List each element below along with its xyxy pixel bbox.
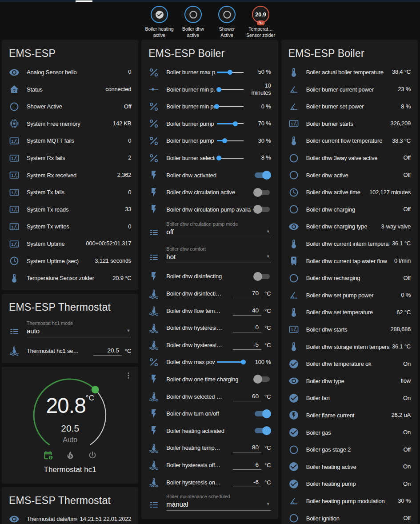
toggle-switch[interactable] [253,205,271,214]
entity-row[interactable]: 123System Tx writes0 [2,218,138,236]
slider[interactable] [217,102,244,111]
entity-row[interactable]: Temperature Sensor zolder20.9 °C [2,269,138,287]
entity-row[interactable]: Boiler dhw 3way valve activeOff [281,149,418,167]
number-input[interactable]: 60 [233,392,261,401]
flash-icon [148,271,159,282]
entity-row[interactable]: Boiler dhw active time102,127 minutes [281,184,418,201]
thermo-water-icon [148,391,159,402]
entity-row[interactable]: 123System Rx received2,362 [2,167,138,184]
entity-row[interactable]: 123Boiler dhw starts288,686 [281,321,418,338]
entity-row[interactable]: 123Boiler burner starts326,209 [281,115,418,132]
entity-row[interactable]: 123System Tx reads33 [2,201,138,218]
entity-row[interactable]: Thermostat date/time14:21:51 22.01.2022 [2,511,138,524]
badge-temperat-sensor-zolder[interactable]: 20.9°CTemperat… Sensor zolder [246,6,276,38]
entity-row[interactable]: Boiler flame current26.2 uA [281,407,418,424]
select-field[interactable]: Boiler maintenance scheduledmanual▼ [166,494,271,511]
entity-label: Shower Active [27,103,121,110]
entity-row[interactable]: Boiler dhw set pump power0 % [281,287,418,304]
select-value: auto [27,327,131,335]
number-input[interactable]: 40 [233,306,261,316]
entity-row[interactable]: Boiler fanOn [281,390,418,407]
select-field[interactable]: Boiler dhw comforthot▼ [166,246,271,263]
thermo-water-icon [148,460,159,470]
entity-row[interactable]: Boiler gasOn [281,424,418,441]
entity-row[interactable]: Boiler dhw storage intern temperature36.… [281,338,418,356]
entity-row[interactable]: Boiler burner set power8 % [281,98,418,115]
entity-row[interactable]: Boiler heating pumpOn [281,476,418,493]
entity-row[interactable]: Analog Sensor hello0 [2,64,138,81]
toggle-switch[interactable] [253,272,271,281]
toggle-switch[interactable] [253,375,271,384]
entity-row[interactable]: Boiler heating activeOn [281,458,418,476]
entity-row[interactable]: Shower ActiveOff [2,98,138,115]
number-input[interactable]: 0 [233,323,261,332]
entity-row[interactable]: Boiler dhw current tap water flow0 l/min [281,252,418,270]
entity-row[interactable]: Boiler actual boiler temperature38.4 °C [281,64,418,81]
clock-icon [288,187,299,198]
slider[interactable] [217,358,244,367]
entity-row[interactable]: Boiler dhw chargingOff [281,201,418,218]
slider[interactable] [217,68,244,77]
slider-thumb[interactable] [228,70,232,75]
slider-thumb[interactable] [222,138,227,143]
fire-icon[interactable] [65,450,75,460]
entity-row[interactable]: Boiler dhw set temperature62 °C [281,304,418,321]
number-input[interactable]: -6 [233,478,261,487]
slider[interactable] [217,85,244,94]
toggle-switch[interactable] [253,171,271,180]
entity-row[interactable]: Boiler dhw charging type3-way valve [281,218,418,236]
entity-value: 142 KB [113,120,131,127]
entity-row[interactable]: Boiler dhw typeflow [281,372,418,390]
check-circle-icon [288,427,299,438]
percent-icon [148,153,159,164]
power-icon[interactable] [88,450,97,460]
badge-circle: 20.9°C [252,6,269,23]
slider-thumb[interactable] [214,104,219,109]
entity-label: Boiler hysteresis off… [166,462,230,468]
slider-thumb[interactable] [241,360,246,364]
slider[interactable] [217,154,244,163]
entity-row[interactable]: Boiler dhw rechargingOff [281,269,418,287]
calendar-sync-icon[interactable] [43,450,53,460]
entity-row[interactable]: Boiler dhw activeOff [281,167,418,184]
entity-row: Boiler burner selecte…8 % [141,149,278,167]
number-input[interactable]: 20.5 [93,346,122,356]
thermometer-icon [288,136,299,146]
select-field[interactable]: Boiler dhw circulation pump modeoff▼ [166,221,271,238]
entity-row[interactable]: 123System Uptime000+00:52:01.317 [2,235,138,252]
select-field[interactable]: Thermostat hc1 modeauto▼ [27,320,131,337]
slider[interactable] [217,136,244,145]
badge-shower-active[interactable]: Shower Active [212,6,242,38]
entity-row[interactable]: Boiler dhw current intern temperature36.… [281,235,418,252]
entity-row[interactable]: Boiler burner current power23 % [281,81,418,98]
entity-row[interactable]: 123System Rx fails2 [2,149,138,167]
badge-boiler-dhw-active[interactable]: Boiler dhw active [179,6,208,38]
entity-row[interactable]: Boiler current flow temperature38.3 °C [281,132,418,150]
number-input[interactable]: 70 [233,289,261,298]
badge-boiler-heating-active[interactable]: Boiler heating active [145,6,174,38]
entity-row[interactable]: Boiler dhw temperature okOn [281,355,418,372]
entity-row[interactable]: Boiler gas stage 2Off [281,441,418,458]
number-input[interactable]: 80 [233,443,261,452]
entity-row[interactable]: 123System Tx fails0 [2,184,138,201]
toggle-switch[interactable] [253,426,271,435]
app-header-edge [0,0,420,2]
toggle-switch[interactable] [253,188,271,197]
dial-thumb[interactable] [92,386,99,393]
slider-thumb[interactable] [233,121,238,126]
entity-row: Boiler heating activated [141,422,278,440]
entity-row[interactable]: Boiler heating pump modulation30 % [281,492,418,510]
badge-label: Boiler dhw active [179,26,208,38]
thermometer-icon [288,239,299,249]
toggle-switch[interactable] [253,409,271,418]
slider-thumb[interactable] [216,87,221,92]
entity-row[interactable]: Boiler ignitionOff [281,510,418,524]
entity-row[interactable]: System Free memory142 KB [2,115,138,132]
entity-row[interactable]: Statusconnected [2,81,138,98]
entity-row[interactable]: 123System MQTT fails0 [2,132,138,150]
slider[interactable] [217,119,244,128]
number-input[interactable]: 6 [233,460,261,470]
number-input[interactable]: -5 [233,340,261,350]
slider-thumb[interactable] [216,156,221,160]
entity-row[interactable]: System Uptime (sec)3,121 seconds [2,252,138,270]
